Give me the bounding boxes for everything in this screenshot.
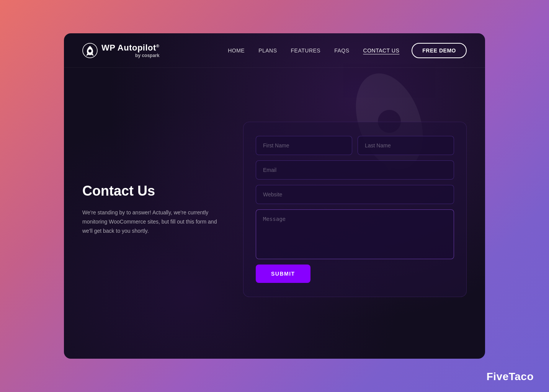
contact-form: SUBMIT: [243, 122, 467, 297]
email-input[interactable]: [256, 160, 454, 180]
main-content: Contact Us We're standing by to answer! …: [64, 68, 485, 359]
nav-faqs[interactable]: FAQS: [334, 47, 349, 54]
navbar: WP Autopilot® by cospark HOME PLANS FEAT…: [64, 33, 485, 68]
svg-point-6: [88, 49, 92, 52]
nav-home[interactable]: HOME: [228, 47, 245, 54]
logo-sub-text: by cospark: [101, 53, 159, 58]
fivetaco-watermark: FiveTaco: [487, 371, 534, 383]
logo-icon: [82, 43, 98, 58]
nav-features[interactable]: FEATURES: [291, 47, 321, 54]
logo-area: WP Autopilot® by cospark: [82, 43, 159, 58]
nav-plans[interactable]: PLANS: [258, 47, 277, 54]
logo-brand-text: WP Autopilot®: [101, 43, 159, 53]
logo-text: WP Autopilot® by cospark: [101, 43, 159, 58]
message-textarea[interactable]: [256, 209, 454, 259]
contact-description: We're standing by to answer! Actually, w…: [82, 208, 220, 235]
nav-contact[interactable]: CONTACT US: [363, 47, 400, 54]
contact-heading: Contact Us: [82, 183, 228, 199]
submit-button[interactable]: SUBMIT: [256, 265, 310, 283]
website-input[interactable]: [256, 185, 454, 204]
name-row: [256, 136, 454, 155]
first-name-input[interactable]: [256, 136, 352, 155]
nav-links: HOME PLANS FEATURES FAQS CONTACT US: [228, 47, 399, 54]
left-panel: Contact Us We're standing by to answer! …: [82, 183, 243, 235]
browser-window: WP Autopilot® by cospark HOME PLANS FEAT…: [64, 33, 485, 359]
free-demo-button[interactable]: FREE DEMO: [412, 43, 467, 58]
last-name-input[interactable]: [358, 136, 454, 155]
